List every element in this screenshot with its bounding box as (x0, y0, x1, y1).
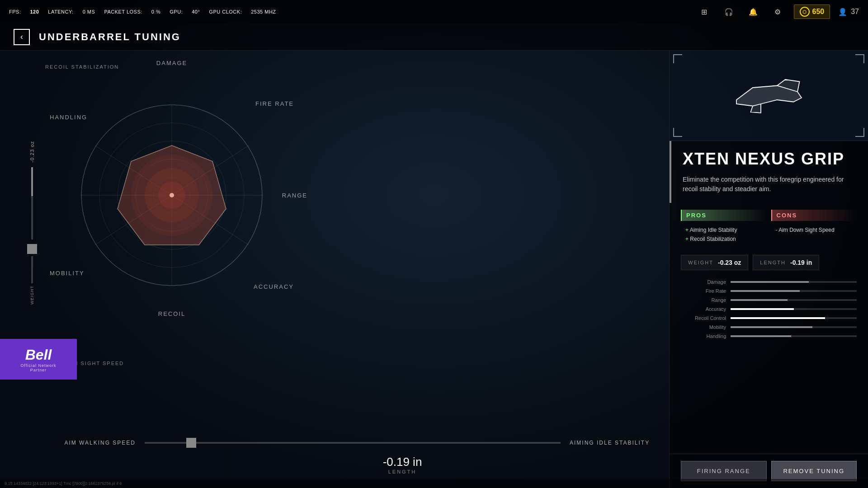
main-content: RECOIL STABILIZATION -0.23 oz WEIGHT DAM… (0, 51, 868, 488)
soldier-count: 37 (851, 8, 859, 16)
mini-stat-label-2: Range (681, 297, 726, 303)
corner-tr (855, 54, 864, 63)
range-label: RANGE (282, 192, 307, 199)
radar-svg (59, 82, 285, 308)
stat-badges: WEIGHT -0.23 oz LENGTH -0.19 in (681, 255, 857, 270)
aim-walking-speed-track[interactable] (145, 442, 561, 444)
mini-stat-label-5: Mobility (681, 324, 726, 330)
packet-loss-label: PACKET LOSS: (104, 9, 142, 14)
top-bar-icons: ⊞ 🎧 🔔 ⚙ ⬡ 650 👤 37 (696, 4, 859, 20)
right-panel: XTEN NEXUS GRIP Eliminate the competitio… (669, 51, 868, 488)
packet-loss-value: 0 % (151, 9, 160, 14)
sponsor-logo: Bell Official NetworkPartner (0, 339, 77, 380)
mini-stat-row: Range (681, 297, 857, 303)
mini-stat-row: Damage (681, 279, 857, 285)
mini-stat-bar-5 (731, 326, 857, 328)
top-bar: FPS: 120 LATENCY: 0 MS PACKET LOSS: 0 % … (0, 0, 868, 23)
attachment-info: XTEN NEXUS GRIP Eliminate the competitio… (670, 141, 868, 203)
mini-stat-bar-6 (731, 335, 857, 337)
corner-bl (673, 128, 682, 137)
left-panel: RECOIL STABILIZATION -0.23 oz WEIGHT DAM… (0, 51, 669, 488)
mini-stat-row: Mobility (681, 324, 857, 330)
aiming-idle-stability-label: AIMING IDLE STABILITY (561, 440, 660, 446)
performance-stats: FPS: 120 LATENCY: 0 MS PACKET LOSS: 0 % … (9, 9, 276, 14)
mini-stat-fill-2 (731, 299, 788, 301)
weight-indicator: -0.23 oz WEIGHT (27, 141, 37, 305)
latency-value: 0 MS (83, 9, 95, 14)
damage-label: DAMAGE (156, 60, 187, 66)
back-button[interactable]: ‹ (14, 29, 30, 45)
corner-tl (673, 54, 682, 63)
weight-badge-label: WEIGHT (688, 260, 713, 265)
length-value: -0.19 in (145, 455, 660, 469)
weight-thumb[interactable] (27, 244, 37, 254)
pros-column: PROS Aiming Idle Stability Recoil Stabil… (681, 210, 767, 244)
firing-range-button[interactable]: FIRING RANGE (681, 461, 767, 481)
gpu-label: GPU: (170, 9, 183, 14)
attachment-name: XTEN NEXUS GRIP (683, 150, 857, 168)
fps-value: 120 (30, 9, 39, 14)
mini-stat-row: Handling (681, 333, 857, 339)
weight-label: WEIGHT (30, 286, 34, 305)
pros-header: PROS (681, 210, 767, 221)
mini-stat-row: Accuracy (681, 306, 857, 312)
debug-text: 9.15.14334022 [24:123:1893+1] Tmc [7000]… (5, 481, 122, 486)
aim-walking-speed-thumb[interactable] (186, 438, 196, 448)
mini-stats: DamageFire RateRangeAccuracyRecoil Contr… (670, 275, 868, 454)
gpu-clock-value: 2535 MHZ (251, 9, 276, 14)
attachment-preview (670, 51, 868, 141)
corner-br (855, 128, 864, 137)
mini-stat-fill-3 (731, 308, 794, 310)
aim-walking-speed-label: AIM WALKING SPEED (45, 440, 145, 446)
remove-tuning-button[interactable]: REMOVE TUNING (771, 461, 857, 481)
pros-item-2: Recoil Stabilization (681, 235, 767, 244)
currency-amount: 650 (812, 8, 825, 16)
mini-stat-label-0: Damage (681, 279, 726, 285)
mini-stat-fill-5 (731, 326, 812, 328)
mini-stat-label-4: Recoil Control (681, 315, 726, 321)
length-label: LENGTH (145, 469, 660, 474)
length-display: -0.19 in LENGTH (145, 455, 660, 474)
currency-icon: ⬡ (800, 7, 810, 17)
cons-item-1: Aim Down Sight Speed (771, 225, 857, 235)
gpu-clock-label: GPU CLOCK: (209, 9, 242, 14)
mini-stat-bar-0 (731, 281, 857, 283)
weight-badge: WEIGHT -0.23 oz (681, 255, 748, 270)
bottom-slider-area: AIM WALKING SPEED AIMING IDLE STABILITY … (45, 440, 660, 474)
headset-icon[interactable]: 🎧 (721, 4, 737, 20)
nav-header: ‹ UNDERBARREL TUNING (0, 23, 868, 51)
settings-icon[interactable]: ⚙ (769, 4, 786, 20)
soldier-icon: 👤 (838, 8, 847, 16)
pros-item-1: Aiming Idle Stability (681, 225, 767, 235)
currency-badge: ⬡ 650 (794, 5, 830, 19)
mini-stat-row: Fire Rate (681, 288, 857, 294)
mini-stat-bar-4 (731, 317, 857, 319)
sponsor-subtitle: Official NetworkPartner (21, 363, 57, 372)
svg-point-14 (170, 193, 174, 197)
recoil-label: RECOIL (158, 310, 185, 317)
length-badge: LENGTH -0.19 in (753, 255, 819, 270)
grid-icon[interactable]: ⊞ (696, 4, 712, 20)
length-badge-value: -0.19 in (790, 259, 812, 266)
latency-label: LATENCY: (48, 9, 73, 14)
cons-header: CONS (771, 210, 857, 221)
debug-bar: 9.15.14334022 [24:123:1893+1] Tmc [7000]… (0, 479, 868, 488)
soldier-badge: 👤 37 (838, 8, 859, 16)
mini-stat-label-1: Fire Rate (681, 288, 726, 294)
mini-stat-row: Recoil Control (681, 315, 857, 321)
fps-label: FPS: (9, 9, 21, 14)
attachment-description: Eliminate the competition with this fore… (683, 175, 857, 194)
mini-stat-bar-1 (731, 290, 857, 292)
attachment-svg (728, 73, 810, 118)
mini-stat-fill-0 (731, 281, 809, 283)
gpu-value: 40° (192, 9, 200, 14)
sponsor-name: Bell (25, 347, 52, 363)
notification-icon[interactable]: 🔔 (745, 4, 761, 20)
mini-stat-label-3: Accuracy (681, 306, 726, 312)
mini-stat-fill-6 (731, 335, 791, 337)
mini-stat-bar-3 (731, 308, 857, 310)
weight-badge-value: -0.23 oz (718, 259, 741, 266)
length-badge-label: LENGTH (760, 260, 786, 265)
cons-column: CONS Aim Down Sight Speed (771, 210, 857, 244)
page-title: UNDERBARREL TUNING (39, 31, 181, 43)
